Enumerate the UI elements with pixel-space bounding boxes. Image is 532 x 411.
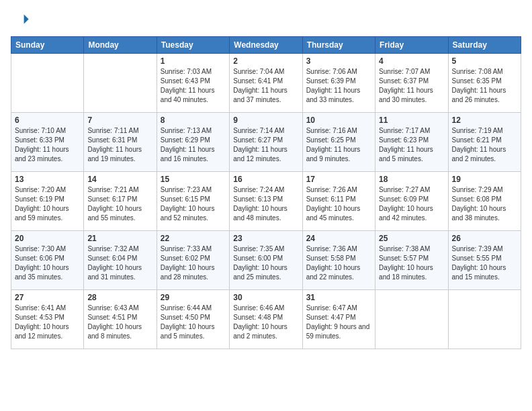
day-info: Sunrise: 7:03 AM Sunset: 6:43 PM Dayligh… bbox=[161, 67, 226, 105]
calendar-day-cell bbox=[84, 54, 157, 113]
calendar-header-row: SundayMondayTuesdayWednesdayThursdayFrid… bbox=[11, 37, 521, 54]
calendar-day-cell: 30Sunrise: 6:46 AM Sunset: 4:48 PM Dayli… bbox=[230, 290, 302, 349]
calendar-day-cell: 1Sunrise: 7:03 AM Sunset: 6:43 PM Daylig… bbox=[157, 54, 229, 113]
day-info: Sunrise: 6:43 AM Sunset: 4:51 PM Dayligh… bbox=[87, 304, 152, 341]
day-info: Sunrise: 7:38 AM Sunset: 5:57 PM Dayligh… bbox=[379, 244, 444, 282]
day-number: 4 bbox=[379, 56, 444, 66]
calendar-day-cell: 18Sunrise: 7:27 AM Sunset: 6:09 PM Dayli… bbox=[375, 172, 448, 231]
svg-marker-0 bbox=[24, 15, 29, 24]
day-number: 15 bbox=[161, 175, 226, 184]
day-number: 25 bbox=[379, 234, 444, 243]
day-info: Sunrise: 7:13 AM Sunset: 6:29 PM Dayligh… bbox=[161, 126, 226, 164]
day-number: 26 bbox=[452, 234, 517, 243]
day-info: Sunrise: 7:16 AM Sunset: 6:25 PM Dayligh… bbox=[306, 126, 371, 164]
calendar-week-row: 27Sunrise: 6:41 AM Sunset: 4:53 PM Dayli… bbox=[11, 290, 521, 349]
day-number: 29 bbox=[161, 293, 226, 302]
calendar-day-cell: 31Sunrise: 6:47 AM Sunset: 4:47 PM Dayli… bbox=[302, 290, 375, 349]
day-number: 28 bbox=[87, 293, 152, 302]
calendar-table: SundayMondayTuesdayWednesdayThursdayFrid… bbox=[11, 36, 521, 349]
day-number: 14 bbox=[87, 175, 152, 184]
day-number: 16 bbox=[233, 175, 298, 184]
calendar-day-cell: 9Sunrise: 7:14 AM Sunset: 6:27 PM Daylig… bbox=[230, 113, 302, 172]
calendar-day-cell: 17Sunrise: 7:26 AM Sunset: 6:11 PM Dayli… bbox=[302, 172, 375, 231]
svg-marker-1 bbox=[26, 13, 30, 17]
day-number: 20 bbox=[15, 234, 80, 243]
day-of-week-header: Friday bbox=[375, 37, 448, 54]
day-info: Sunrise: 7:23 AM Sunset: 6:15 PM Dayligh… bbox=[161, 185, 226, 223]
calendar-week-row: 20Sunrise: 7:30 AM Sunset: 6:06 PM Dayli… bbox=[11, 231, 521, 290]
day-of-week-header: Thursday bbox=[302, 37, 375, 54]
day-number: 10 bbox=[306, 116, 371, 125]
day-number: 18 bbox=[379, 175, 444, 184]
day-info: Sunrise: 7:19 AM Sunset: 6:21 PM Dayligh… bbox=[452, 126, 517, 164]
day-info: Sunrise: 7:26 AM Sunset: 6:11 PM Dayligh… bbox=[306, 185, 371, 223]
day-info: Sunrise: 7:08 AM Sunset: 6:35 PM Dayligh… bbox=[452, 67, 517, 105]
day-info: Sunrise: 6:44 AM Sunset: 4:50 PM Dayligh… bbox=[161, 304, 226, 341]
day-info: Sunrise: 7:33 AM Sunset: 6:02 PM Dayligh… bbox=[161, 244, 226, 282]
day-info: Sunrise: 7:06 AM Sunset: 6:39 PM Dayligh… bbox=[306, 67, 371, 105]
day-number: 13 bbox=[15, 175, 80, 184]
day-info: Sunrise: 7:04 AM Sunset: 6:41 PM Dayligh… bbox=[233, 67, 298, 105]
calendar-day-cell: 15Sunrise: 7:23 AM Sunset: 6:15 PM Dayli… bbox=[157, 172, 229, 231]
day-number: 9 bbox=[233, 116, 298, 125]
day-of-week-header: Saturday bbox=[448, 37, 521, 54]
calendar-day-cell: 25Sunrise: 7:38 AM Sunset: 5:57 PM Dayli… bbox=[375, 231, 448, 290]
calendar-day-cell: 16Sunrise: 7:24 AM Sunset: 6:13 PM Dayli… bbox=[230, 172, 302, 231]
calendar-day-cell: 6Sunrise: 7:10 AM Sunset: 6:33 PM Daylig… bbox=[11, 113, 84, 172]
day-number: 19 bbox=[452, 175, 517, 184]
calendar-day-cell: 2Sunrise: 7:04 AM Sunset: 6:41 PM Daylig… bbox=[230, 54, 302, 113]
day-info: Sunrise: 7:39 AM Sunset: 5:55 PM Dayligh… bbox=[452, 244, 517, 282]
day-info: Sunrise: 7:35 AM Sunset: 6:00 PM Dayligh… bbox=[233, 244, 298, 282]
day-info: Sunrise: 7:36 AM Sunset: 5:58 PM Dayligh… bbox=[306, 244, 371, 282]
day-number: 17 bbox=[306, 175, 371, 184]
day-number: 3 bbox=[306, 56, 371, 66]
day-info: Sunrise: 7:21 AM Sunset: 6:17 PM Dayligh… bbox=[87, 185, 152, 223]
calendar-day-cell: 21Sunrise: 7:32 AM Sunset: 6:04 PM Dayli… bbox=[84, 231, 157, 290]
calendar-day-cell: 27Sunrise: 6:41 AM Sunset: 4:53 PM Dayli… bbox=[11, 290, 84, 349]
calendar-day-cell bbox=[11, 54, 84, 113]
day-number: 6 bbox=[15, 116, 80, 125]
day-info: Sunrise: 7:10 AM Sunset: 6:33 PM Dayligh… bbox=[15, 126, 80, 164]
day-of-week-header: Tuesday bbox=[157, 37, 229, 54]
day-number: 27 bbox=[15, 293, 80, 302]
day-number: 24 bbox=[306, 234, 371, 243]
day-info: Sunrise: 7:17 AM Sunset: 6:23 PM Dayligh… bbox=[379, 126, 444, 164]
calendar-day-cell: 7Sunrise: 7:11 AM Sunset: 6:31 PM Daylig… bbox=[84, 113, 157, 172]
header bbox=[11, 11, 521, 30]
day-of-week-header: Monday bbox=[84, 37, 157, 54]
calendar-day-cell: 11Sunrise: 7:17 AM Sunset: 6:23 PM Dayli… bbox=[375, 113, 448, 172]
day-info: Sunrise: 6:41 AM Sunset: 4:53 PM Dayligh… bbox=[15, 304, 80, 341]
calendar-day-cell: 10Sunrise: 7:16 AM Sunset: 6:25 PM Dayli… bbox=[302, 113, 375, 172]
day-of-week-header: Sunday bbox=[11, 37, 84, 54]
calendar-day-cell: 8Sunrise: 7:13 AM Sunset: 6:29 PM Daylig… bbox=[157, 113, 229, 172]
day-number: 23 bbox=[233, 234, 298, 243]
calendar-week-row: 13Sunrise: 7:20 AM Sunset: 6:19 PM Dayli… bbox=[11, 172, 521, 231]
day-number: 1 bbox=[161, 56, 226, 66]
calendar-day-cell: 14Sunrise: 7:21 AM Sunset: 6:17 PM Dayli… bbox=[84, 172, 157, 231]
calendar-day-cell: 13Sunrise: 7:20 AM Sunset: 6:19 PM Dayli… bbox=[11, 172, 84, 231]
day-number: 21 bbox=[87, 234, 152, 243]
day-info: Sunrise: 7:24 AM Sunset: 6:13 PM Dayligh… bbox=[233, 185, 298, 223]
calendar-day-cell: 24Sunrise: 7:36 AM Sunset: 5:58 PM Dayli… bbox=[302, 231, 375, 290]
logo-icon bbox=[11, 11, 30, 30]
calendar-week-row: 1Sunrise: 7:03 AM Sunset: 6:43 PM Daylig… bbox=[11, 54, 521, 113]
day-info: Sunrise: 7:11 AM Sunset: 6:31 PM Dayligh… bbox=[87, 126, 152, 164]
calendar-day-cell bbox=[448, 290, 521, 349]
day-number: 2 bbox=[233, 56, 298, 66]
calendar-day-cell: 3Sunrise: 7:06 AM Sunset: 6:39 PM Daylig… bbox=[302, 54, 375, 113]
day-info: Sunrise: 7:32 AM Sunset: 6:04 PM Dayligh… bbox=[87, 244, 152, 282]
day-number: 5 bbox=[452, 56, 517, 66]
day-number: 22 bbox=[161, 234, 226, 243]
day-number: 8 bbox=[161, 116, 226, 125]
calendar-day-cell: 29Sunrise: 6:44 AM Sunset: 4:50 PM Dayli… bbox=[157, 290, 229, 349]
day-info: Sunrise: 7:14 AM Sunset: 6:27 PM Dayligh… bbox=[233, 126, 298, 164]
calendar-day-cell bbox=[375, 290, 448, 349]
day-number: 12 bbox=[452, 116, 517, 125]
calendar-day-cell: 4Sunrise: 7:07 AM Sunset: 6:37 PM Daylig… bbox=[375, 54, 448, 113]
logo bbox=[11, 11, 32, 30]
day-info: Sunrise: 7:30 AM Sunset: 6:06 PM Dayligh… bbox=[15, 244, 80, 282]
day-info: Sunrise: 7:20 AM Sunset: 6:19 PM Dayligh… bbox=[15, 185, 80, 223]
calendar-day-cell: 19Sunrise: 7:29 AM Sunset: 6:08 PM Dayli… bbox=[448, 172, 521, 231]
calendar-week-row: 6Sunrise: 7:10 AM Sunset: 6:33 PM Daylig… bbox=[11, 113, 521, 172]
day-number: 31 bbox=[306, 293, 371, 302]
